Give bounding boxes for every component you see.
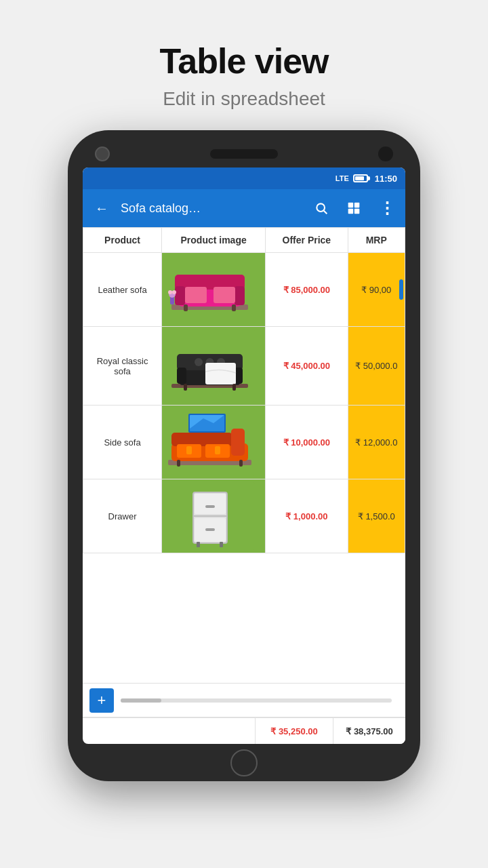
footer-total-offer: ₹ 35,250.00 (256, 718, 333, 744)
page-title: Table view (159, 41, 328, 81)
svg-rect-14 (184, 304, 188, 311)
mrp-cell[interactable]: ₹ 90,00 (348, 253, 405, 327)
product-image-cell[interactable] (162, 406, 266, 479)
sim-indicator: LTE (336, 174, 349, 182)
col-header-mrp: MRP (348, 228, 405, 253)
svg-rect-15 (232, 304, 236, 311)
offer-price-cell[interactable]: ₹ 85,000.00 (266, 253, 348, 327)
search-button[interactable] (308, 195, 335, 222)
add-row-button[interactable]: + (89, 688, 114, 713)
svg-rect-11 (235, 286, 245, 305)
spreadsheet-table: Product Product image Offer Price MRP Le… (83, 227, 405, 553)
phone-screen: LTE 11:50 ← Sofa catalog… (83, 167, 405, 744)
grid-view-button[interactable] (340, 195, 367, 222)
product-name-cell[interactable]: Drawer (83, 479, 162, 553)
svg-point-19 (172, 290, 176, 294)
more-options-button[interactable]: ⋮ (373, 195, 400, 222)
offer-price-cell[interactable]: ₹ 1,000.00 (266, 479, 348, 553)
product-name-cell[interactable]: Royal classic sofa (83, 327, 162, 406)
footer-total-mrp: ₹ 38,375.00 (333, 718, 405, 744)
svg-point-24 (195, 358, 203, 366)
col-header-image: Product image (162, 228, 266, 253)
product-name-cell[interactable]: Side sofa (83, 406, 162, 479)
svg-point-0 (317, 203, 325, 212)
svg-rect-30 (184, 384, 187, 391)
back-button[interactable]: ← (88, 195, 115, 222)
svg-point-18 (168, 290, 172, 294)
phone-bottom-bar (68, 744, 420, 781)
offer-price-cell[interactable]: ₹ 10,000.00 (266, 406, 348, 479)
footer-totals-row: ₹ 35,250.00 ₹ 38,375.00 (83, 717, 405, 744)
svg-rect-51 (205, 505, 215, 508)
product-image-cell[interactable] (162, 253, 266, 327)
page-subtitle: Edit in spreadsheet (159, 88, 328, 110)
svg-rect-41 (186, 446, 192, 454)
svg-rect-54 (220, 542, 223, 547)
selection-handle (399, 279, 403, 300)
offer-price-cell[interactable]: ₹ 45,000.00 (266, 327, 348, 406)
svg-rect-43 (177, 460, 180, 467)
col-header-offer-price: Offer Price (266, 228, 348, 253)
footer-empty-left (83, 718, 256, 744)
svg-rect-29 (205, 363, 236, 384)
product-image-cell[interactable] (162, 479, 266, 553)
app-bar: ← Sofa catalog… ⋮ (83, 189, 405, 227)
svg-rect-31 (232, 384, 236, 391)
product-image-cell[interactable] (162, 327, 266, 406)
svg-line-1 (324, 211, 327, 214)
svg-rect-42 (215, 446, 220, 454)
battery-icon (353, 174, 368, 182)
mrp-cell[interactable]: ₹ 50,000.0 (348, 327, 405, 406)
page-header: Table view Edit in spreadsheet (146, 0, 342, 130)
table-row[interactable]: Drawer ₹ 1,000.00₹ 1,500.0 (83, 479, 405, 553)
phone-shell: LTE 11:50 ← Sofa catalog… (68, 130, 420, 781)
col-header-product: Product (83, 228, 162, 253)
product-name-cell[interactable]: Leather sofa (83, 253, 162, 327)
scroll-thumb (121, 698, 161, 703)
home-button[interactable] (230, 749, 258, 776)
status-time: 11:50 (375, 174, 397, 184)
bottom-toolbar: + (83, 683, 405, 717)
table-row[interactable]: Leather sofa ₹ 85,000.00₹ 90,00 (83, 253, 405, 327)
table-row[interactable]: Side sofa ₹ 10,000.00₹ 12,000.0 (83, 406, 405, 479)
svg-rect-5 (354, 209, 360, 214)
svg-rect-48 (195, 494, 226, 514)
mrp-cell[interactable]: ₹ 1,500.0 (348, 479, 405, 553)
svg-rect-13 (214, 287, 235, 303)
sensor (378, 146, 393, 161)
svg-rect-10 (175, 286, 185, 305)
table-row[interactable]: Royal classic sofa ₹ 45,000.00₹ 50,000.0 (83, 327, 405, 406)
horizontal-scrollbar[interactable] (121, 698, 392, 703)
svg-rect-2 (348, 203, 354, 208)
svg-rect-44 (239, 460, 243, 467)
mrp-cell[interactable]: ₹ 12,000.0 (348, 406, 405, 479)
svg-rect-3 (354, 203, 360, 208)
svg-rect-53 (197, 542, 200, 547)
table-header-row: Product Product image Offer Price MRP (83, 228, 405, 253)
svg-rect-4 (348, 209, 354, 214)
svg-rect-27 (177, 368, 186, 384)
speaker (210, 149, 278, 159)
status-bar: LTE 11:50 (83, 167, 405, 189)
phone-mockup: LTE 11:50 ← Sofa catalog… (68, 130, 420, 781)
app-title: Sofa catalog… (121, 201, 302, 216)
camera (95, 146, 110, 161)
svg-rect-52 (205, 528, 215, 531)
spreadsheet-table-container[interactable]: Product Product image Offer Price MRP Le… (83, 227, 405, 683)
svg-rect-38 (231, 429, 245, 456)
svg-rect-12 (185, 287, 207, 303)
